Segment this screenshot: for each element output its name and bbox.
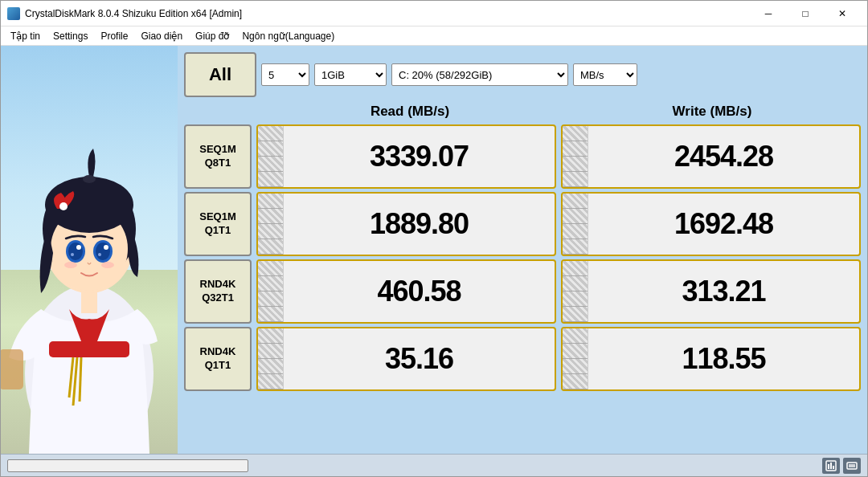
header-row: Read (MB/s) Write (MB/s) [261,102,861,121]
status-icons [822,458,861,474]
menu-giaodien[interactable]: Giao diện [134,29,189,43]
bench-row-3: RND4K Q1T1 35.16 [184,327,861,391]
unit-dropdown[interactable]: MB/s [573,63,637,86]
status-icon-2 [843,458,861,474]
bench-write-1: 1692.48 [561,192,861,256]
window-title: CrystalDiskMark 8.0.4 Shizuku Edition x6… [25,8,750,19]
menu-language[interactable]: Ngôn ngữ(Language) [235,29,341,43]
main-window: CrystalDiskMark 8.0.4 Shizuku Edition x6… [0,0,868,477]
write-header: Write (MB/s) [563,102,861,121]
svg-point-21 [101,262,114,268]
bench-write-0: 2454.28 [561,124,861,189]
maximize-button[interactable]: □ [787,1,824,26]
svg-point-14 [68,243,83,260]
svg-point-19 [98,253,101,256]
bench-write-3: 118.55 [561,327,861,391]
benchmark-panel: All 5 1GiB C: 20% (58/292GiB) MB/s Read … [178,46,867,454]
bench-read-0: 3339.07 [256,124,556,189]
svg-rect-24 [828,464,829,469]
controls-row: All 5 1GiB C: 20% (58/292GiB) MB/s [184,52,861,97]
status-bar [1,454,867,476]
character-panel [1,46,178,454]
all-button[interactable]: All [184,52,256,97]
bench-label-3: RND4K Q1T1 [184,327,252,391]
bench-label-1: SEQ1M Q1T1 [184,192,252,256]
svg-point-17 [104,245,108,250]
svg-rect-25 [830,463,832,469]
bench-read-3: 35.16 [256,327,556,391]
svg-point-11 [59,202,68,210]
bench-row-2: RND4K Q32T1 460.58 [184,259,861,324]
svg-rect-1 [49,341,129,357]
menu-taptin[interactable]: Tập tin [4,29,47,43]
svg-rect-26 [833,466,834,469]
svg-point-20 [64,262,77,268]
runs-dropdown[interactable]: 5 [261,63,309,86]
svg-point-16 [76,245,81,250]
bench-read-1: 1889.80 [256,192,556,256]
svg-rect-28 [849,464,855,467]
svg-point-18 [71,253,74,256]
menu-bar: Tập tin Settings Profile Giao diện Giúp … [1,26,867,46]
bench-read-2: 460.58 [256,259,556,324]
bench-label-0: SEQ1M Q8T1 [184,124,252,189]
bench-row-1: SEQ1M Q1T1 1889.80 [184,192,861,256]
svg-rect-5 [1,349,23,389]
svg-point-22 [83,175,96,183]
progress-bar [7,459,248,472]
menu-giupdo[interactable]: Giúp đỡ [189,29,235,43]
menu-profile[interactable]: Profile [94,29,134,43]
minimize-button[interactable]: ─ [750,1,787,26]
svg-line-4 [80,357,81,402]
status-icon-1 [822,458,840,474]
menu-settings[interactable]: Settings [47,29,94,43]
window-controls: ─ □ ✕ [750,1,861,26]
size-dropdown[interactable]: 1GiB [314,63,387,86]
app-icon [7,7,20,20]
bench-row-0: SEQ1M Q8T1 3339.07 [184,124,861,189]
character-svg [1,46,178,454]
drive-dropdown[interactable]: C: 20% (58/292GiB) [391,63,568,86]
bench-label-2: RND4K Q32T1 [184,259,252,324]
title-bar: CrystalDiskMark 8.0.4 Shizuku Edition x6… [1,1,867,26]
close-button[interactable]: ✕ [824,1,861,26]
svg-point-15 [96,243,110,260]
read-header: Read (MB/s) [261,102,559,121]
bench-write-2: 313.21 [561,259,861,324]
main-content: All 5 1GiB C: 20% (58/292GiB) MB/s Read … [1,46,867,454]
